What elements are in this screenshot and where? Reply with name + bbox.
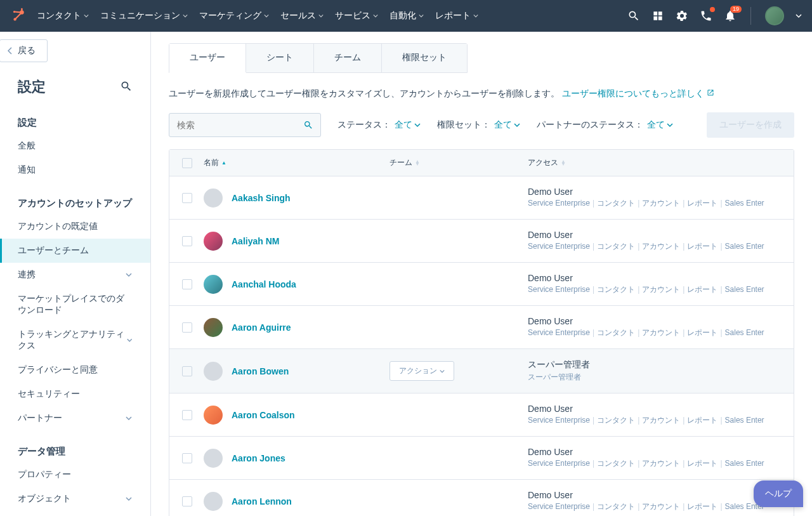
help-button[interactable]: ヘルプ: [754, 480, 803, 507]
nav-item[interactable]: マーケティング: [199, 10, 269, 22]
sidebar-item[interactable]: セキュリティー: [0, 382, 150, 406]
user-cell: Aaron Aguirre: [204, 318, 378, 337]
table-row: Aaron Coalson Demo User Service Enterpri…: [169, 394, 794, 437]
svg-point-3: [21, 8, 23, 10]
user-name-link[interactable]: Aanchal Hooda: [232, 279, 296, 289]
table-header: 名前▲ チーム▲▼ アクセス▲▼: [169, 150, 794, 176]
access-cell: Demo User Service Enterprise|コンタクト|アカウント…: [528, 316, 781, 338]
tab[interactable]: 権限セット: [382, 44, 467, 72]
avatar: [204, 275, 223, 294]
user-name-link[interactable]: Aaron Lennon: [232, 496, 292, 506]
chevron-down-icon[interactable]: [796, 13, 802, 19]
sidebar-item[interactable]: 連携: [0, 263, 150, 287]
sidebar-item[interactable]: 全般: [0, 134, 150, 158]
user-name-link[interactable]: Aaron Jones: [232, 453, 285, 463]
user-name-link[interactable]: Aaliyah NM: [232, 236, 279, 246]
top-nav: コンタクトコミュニケーションマーケティングセールスサービス自動化レポート 19: [0, 0, 812, 32]
col-name[interactable]: 名前▲: [204, 157, 378, 168]
chevron-down-icon: [473, 13, 478, 18]
sidebar-item[interactable]: パートナー: [0, 406, 150, 430]
sidebar-item[interactable]: プライバシーと同意: [0, 358, 150, 382]
row-checkbox[interactable]: [182, 453, 192, 463]
select-all-checkbox[interactable]: [182, 158, 192, 168]
sort-icon: ▲▼: [415, 161, 420, 166]
row-checkbox[interactable]: [182, 366, 192, 376]
row-checkbox[interactable]: [182, 410, 192, 420]
row-checkbox[interactable]: [182, 236, 192, 246]
sidebar-section-heading: 設定: [0, 102, 150, 134]
nav-item[interactable]: コミュニケーション: [100, 10, 188, 22]
row-action-button[interactable]: アクション: [390, 361, 454, 381]
row-checkbox[interactable]: [182, 496, 192, 506]
back-label: 戻る: [18, 45, 36, 56]
avatar: [204, 449, 223, 468]
tab[interactable]: チーム: [314, 44, 382, 72]
user-cell: Aaron Bowen: [204, 362, 378, 381]
tabs: ユーザーシートチーム権限セット: [169, 43, 468, 73]
avatar: [204, 492, 223, 511]
user-name-link[interactable]: Aakash Singh: [232, 193, 291, 203]
sidebar-item[interactable]: トラッキングとアナリティクス: [0, 322, 150, 358]
nav-item[interactable]: レポート: [435, 10, 478, 22]
filter-partner: パートナーのステータス： 全て: [537, 119, 673, 131]
divider: [750, 7, 751, 25]
col-team[interactable]: チーム▲▼: [390, 157, 516, 168]
bell-icon[interactable]: 19: [724, 10, 737, 22]
filter-permset-value[interactable]: 全て: [494, 119, 520, 131]
phone-badge: [710, 7, 715, 12]
chevron-down-icon: [667, 122, 673, 128]
col-access[interactable]: アクセス▲▼: [528, 157, 781, 168]
chevron-down-icon: [373, 13, 378, 18]
sidebar-item[interactable]: オブジェクト: [0, 487, 150, 511]
hubspot-logo[interactable]: [10, 8, 27, 24]
learn-more-link[interactable]: ユーザー権限についてもっと詳しく: [562, 88, 714, 98]
filter-partner-value[interactable]: 全て: [647, 119, 673, 131]
nav-item[interactable]: 自動化: [390, 10, 424, 22]
search-icon[interactable]: [627, 10, 640, 22]
user-name-link[interactable]: Aaron Bowen: [232, 366, 289, 376]
marketplace-icon[interactable]: [652, 10, 664, 22]
sidebar-section-heading: アカウントのセットアップ: [0, 182, 150, 215]
row-checkbox[interactable]: [182, 279, 192, 289]
create-user-button[interactable]: ユーザーを作成: [707, 112, 794, 138]
tab[interactable]: ユーザー: [169, 44, 246, 73]
filter-status-value[interactable]: 全て: [395, 119, 421, 131]
user-avatar[interactable]: [765, 6, 784, 25]
phone-icon[interactable]: [700, 10, 712, 22]
sidebar-item[interactable]: マーケットプレイスでのダウンロード: [0, 287, 150, 322]
user-cell: Aanchal Hooda: [204, 275, 378, 294]
user-role: Demo User: [528, 316, 781, 326]
user-name-link[interactable]: Aaron Coalson: [232, 410, 295, 420]
sidebar-item[interactable]: プロパティー: [0, 463, 150, 487]
sidebar-search-icon[interactable]: [120, 80, 133, 95]
gear-icon[interactable]: [676, 10, 688, 22]
sidebar-item[interactable]: ユーザーとチーム: [0, 239, 150, 263]
sidebar-item[interactable]: 通知: [0, 158, 150, 182]
access-cell: Demo User Service Enterprise|コンタクト|アカウント…: [528, 273, 781, 295]
back-button[interactable]: 戻る: [0, 39, 48, 62]
user-name-link[interactable]: Aaron Aguirre: [232, 322, 291, 333]
row-checkbox[interactable]: [182, 193, 192, 203]
chevron-down-icon: [514, 122, 520, 128]
nav-item[interactable]: コンタクト: [37, 10, 89, 22]
table-row: Aaron Lennon Demo User Service Enterpris…: [169, 480, 794, 516]
sidebar-item[interactable]: アカウントの既定値: [0, 215, 150, 239]
avatar: [204, 232, 223, 251]
user-role: Demo User: [528, 404, 781, 414]
access-cell: Demo User Service Enterprise|コンタクト|アカウント…: [528, 404, 781, 426]
access-cell: Demo User Service Enterprise|コンタクト|アカウント…: [528, 230, 781, 252]
chevron-down-icon: [125, 495, 133, 503]
main-content: ユーザーシートチーム権限セット ユーザーを新規作成してユーザー権限をカスタマイズ…: [151, 32, 812, 516]
chevron-down-icon: [264, 13, 269, 18]
chevron-down-icon: [125, 271, 133, 279]
user-role: Demo User: [528, 490, 781, 500]
user-cell: Aaliyah NM: [204, 232, 378, 251]
nav-item[interactable]: サービス: [335, 10, 378, 22]
search-icon[interactable]: [303, 120, 313, 130]
search-input[interactable]: [169, 113, 321, 137]
tab[interactable]: シート: [246, 44, 314, 72]
team-cell: アクション: [390, 361, 516, 381]
row-checkbox[interactable]: [182, 322, 192, 333]
table-row: Aakash Singh Demo User Service Enterpris…: [169, 176, 794, 220]
nav-item[interactable]: セールス: [280, 10, 324, 22]
